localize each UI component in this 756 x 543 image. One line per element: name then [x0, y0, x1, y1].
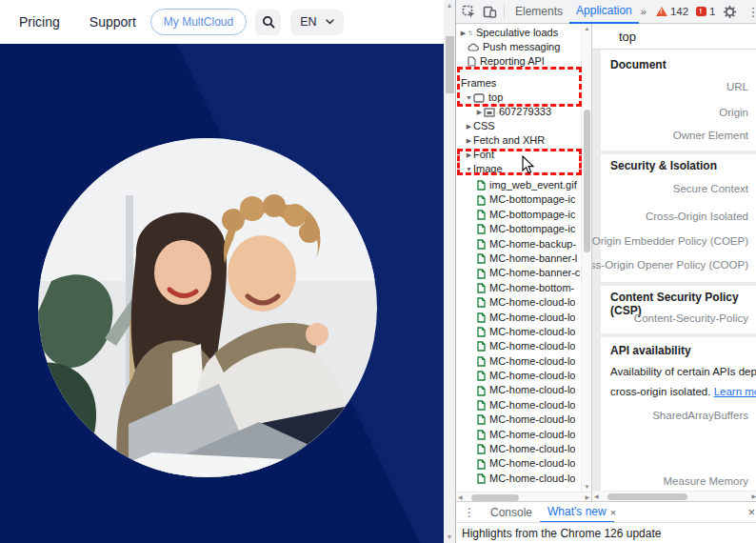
- image-file-row[interactable]: MC-home-cloud-lo: [459, 472, 581, 486]
- expander-icon[interactable]: ▼: [465, 162, 473, 176]
- image-file-row[interactable]: MC-home-backup-: [459, 237, 581, 251]
- tree-category-css[interactable]: ▶ CSS: [459, 119, 581, 133]
- image-file-label: MC-home-cloud-lo: [489, 472, 575, 486]
- image-file-icon: [477, 180, 486, 191]
- tree-hscrollbar-thumb[interactable]: [471, 494, 519, 501]
- image-file-label: MC-home-cloud-lo: [489, 295, 575, 310]
- document-icon: [468, 56, 476, 67]
- tree-category-image[interactable]: ▼ Image: [459, 162, 581, 176]
- tree-item-speculative-loads[interactable]: ▶ ↑↓ Speculative loads: [459, 26, 581, 40]
- image-file-row[interactable]: MC-home-cloud-lo: [459, 442, 581, 456]
- scroll-down-arrow-icon[interactable]: ▼: [582, 484, 591, 490]
- learn-more-link[interactable]: Learn more: [714, 386, 756, 397]
- image-file-row[interactable]: img_web_event.gif: [459, 178, 581, 192]
- scroll-up-arrow-icon[interactable]: ▲: [582, 26, 591, 31]
- image-file-row[interactable]: MC-home-cloud-lo: [459, 412, 581, 427]
- settings-button[interactable]: [721, 3, 738, 20]
- whats-new-content[interactable]: Highlights from the Chrome 126 update: [456, 522, 756, 543]
- image-file-row[interactable]: MC-home-cloud-lo: [459, 325, 581, 339]
- image-file-row[interactable]: MC-home-banner-l: [459, 251, 581, 266]
- api-availability-title: API availability: [610, 344, 691, 357]
- scroll-left-arrow-icon[interactable]: ◀: [594, 492, 599, 501]
- drawer-close-button[interactable]: ×: [747, 505, 755, 519]
- issues-badge[interactable]: 1: [696, 6, 715, 17]
- image-file-row[interactable]: MC-bottompage-ic: [459, 222, 581, 236]
- image-file-row[interactable]: MC-home-cloud-lo: [459, 456, 581, 471]
- tree-item-frame-top[interactable]: ▼ top: [459, 90, 581, 105]
- drawer-menu-button[interactable]: ⋮: [464, 506, 475, 519]
- image-file-row[interactable]: MC-home-cloud-lo: [459, 428, 581, 442]
- image-file-row[interactable]: MC-home-cloud-lo: [459, 369, 581, 383]
- more-tabs-icon[interactable]: »: [641, 6, 647, 17]
- image-file-row[interactable]: MC-home-cloud-lo: [459, 398, 581, 412]
- page-scrollbar-thumb[interactable]: [446, 36, 454, 93]
- iframe-icon: [484, 108, 495, 117]
- tab-application[interactable]: Application: [569, 0, 639, 24]
- expander-icon[interactable]: ▶: [459, 26, 468, 40]
- image-file-row[interactable]: MC-bottompage-ic: [459, 192, 581, 207]
- tree-item-label: Font: [473, 148, 494, 162]
- image-file-row[interactable]: MC-bottompage-ic: [459, 208, 581, 222]
- nav-support-link[interactable]: Support: [90, 14, 136, 30]
- image-file-row[interactable]: MC-home-cloud-lo: [459, 311, 581, 325]
- image-file-icon: [477, 459, 486, 470]
- expander-icon[interactable]: ▶: [475, 105, 484, 119]
- tree-horizontal-scrollbar[interactable]: ◀ ▶: [456, 492, 591, 501]
- inspect-element-button[interactable]: [460, 3, 477, 20]
- image-file-icon: [477, 473, 486, 484]
- tree-item-label: CSS: [473, 119, 495, 133]
- site-header: Pricing Support My MultCloud EN: [0, 0, 444, 44]
- tree-item-label: Speculative loads: [476, 26, 558, 40]
- warnings-badge[interactable]: 142: [656, 6, 688, 17]
- image-file-row[interactable]: MC-home-bottom-: [459, 281, 581, 295]
- whats-new-close-icon[interactable]: ×: [610, 507, 616, 518]
- image-file-row[interactable]: MC-home-cloud-lo: [459, 354, 581, 369]
- tree-vertical-scrollbar[interactable]: ▲ ▼: [581, 24, 591, 492]
- details-horizontal-scrollbar[interactable]: ◀ ▶: [592, 491, 756, 501]
- tree-item-label: 607279333: [499, 105, 551, 119]
- screen: Pricing Support My MultCloud EN: [0, 0, 756, 543]
- language-dropdown[interactable]: EN: [290, 10, 343, 35]
- tab-console[interactable]: Console: [483, 502, 540, 523]
- language-value: EN: [300, 15, 316, 29]
- expander-icon[interactable]: ▶: [465, 133, 473, 148]
- device-toolbar-button[interactable]: [481, 3, 498, 20]
- search-button[interactable]: [255, 10, 281, 35]
- devtools-panel: Elements Application » 142 1: [455, 0, 756, 543]
- drawer-tab-bar: ⋮ Console What's new × ×: [456, 501, 756, 522]
- image-file-label: MC-bottompage-ic: [489, 222, 575, 236]
- url-label: URL: [726, 81, 748, 92]
- tree-scrollbar-thumb[interactable]: [584, 110, 590, 252]
- website-viewport: Pricing Support My MultCloud EN: [0, 0, 444, 543]
- tree-item-reporting-api[interactable]: Reporting API: [459, 54, 581, 69]
- scroll-down-arrow-icon[interactable]: ▼: [444, 532, 455, 543]
- image-file-row[interactable]: MC-home-cloud-lo: [459, 383, 581, 397]
- tree-category-fetch-xhr[interactable]: ▶ Fetch and XHR: [459, 133, 581, 148]
- devtools-menu-button[interactable]: ⋮: [746, 5, 756, 19]
- expander-icon[interactable]: ▼: [465, 90, 473, 105]
- image-file-row[interactable]: MC-home-banner-c: [459, 266, 581, 280]
- tree-category-font[interactable]: ▶ Font: [459, 148, 581, 162]
- scroll-left-arrow-icon[interactable]: ◀: [458, 493, 463, 501]
- scroll-up-arrow-icon[interactable]: ▲: [444, 0, 455, 11]
- scroll-right-arrow-icon[interactable]: ▶: [751, 492, 756, 501]
- image-file-row[interactable]: MC-home-cloud-lo: [459, 295, 581, 310]
- origin-label: Origin: [719, 107, 748, 118]
- scroll-right-arrow-icon[interactable]: ▶: [585, 493, 589, 501]
- tab-whats-new[interactable]: What's new: [540, 502, 614, 523]
- expander-icon[interactable]: ▶: [465, 148, 473, 162]
- my-multcloud-button[interactable]: My MultCloud: [150, 9, 247, 35]
- tree-item-frame-child[interactable]: ▶ 607279333: [459, 105, 581, 119]
- gear-icon: [723, 5, 737, 19]
- details-hscrollbar-thumb[interactable]: [607, 493, 687, 500]
- tree-item-push-messaging[interactable]: Push messaging: [459, 40, 581, 54]
- frames-section-label[interactable]: Frames: [459, 76, 581, 90]
- tab-elements[interactable]: Elements: [508, 0, 569, 24]
- chevron-down-icon: [326, 19, 334, 25]
- csp-label: Content-Security-Policy: [634, 312, 748, 324]
- image-file-row[interactable]: MC-home-cloud-lo: [459, 339, 581, 353]
- image-file-icon: [477, 312, 486, 323]
- page-vertical-scrollbar[interactable]: ▲ ▼: [444, 0, 455, 543]
- expander-icon[interactable]: ▶: [465, 119, 473, 133]
- nav-pricing-link[interactable]: Pricing: [19, 14, 60, 30]
